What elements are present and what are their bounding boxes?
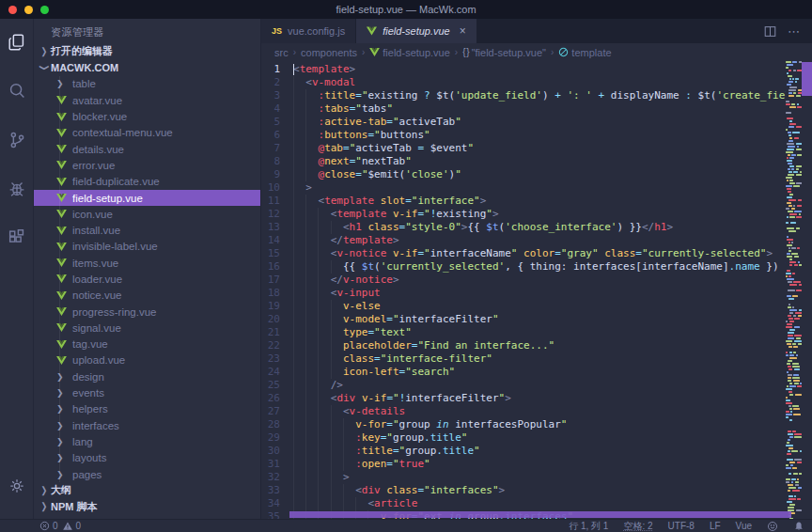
tree-item-pages[interactable]: ❯pages	[34, 466, 260, 482]
code-line[interactable]: 10 >	[261, 181, 786, 195]
npm-scripts-section[interactable]: ❯ NPM 脚本	[34, 499, 260, 515]
code-line[interactable]: 29 :key="group.title"	[261, 431, 786, 445]
minimap[interactable]	[786, 61, 802, 519]
encoding[interactable]: UTF-8	[668, 521, 695, 531]
breadcrumb-item-2[interactable]: components	[301, 47, 357, 58]
tree-item-signal-vue[interactable]: signal.vue	[34, 320, 260, 336]
tree-item-progress-ring-vue[interactable]: progress-ring.vue	[34, 304, 260, 320]
code-line[interactable]: 24 icon-left="search"	[261, 366, 786, 379]
tree-item-upload-vue[interactable]: upload.vue	[34, 352, 260, 368]
explorer-icon[interactable]	[5, 30, 29, 55]
code-line[interactable]: 32 >	[261, 471, 786, 484]
indent-guide	[305, 221, 306, 234]
code-line[interactable]: 26 <div v-if="!interfaceFilter">	[261, 392, 786, 405]
vertical-scrollbar-thumb[interactable]	[802, 62, 812, 96]
code-line[interactable]: 23 class="interface-filter"	[261, 352, 786, 366]
code-line[interactable]: 18 <v-input	[261, 287, 786, 300]
tab-vue-config-js[interactable]: JS vue.config.js	[261, 19, 355, 43]
tree-item-loader-vue[interactable]: loader.vue	[34, 271, 260, 287]
code-line[interactable]: 15 <v-notice v-if="interfaceName" color=…	[261, 247, 786, 260]
code-line[interactable]: 33 <div class="interfaces">	[261, 484, 786, 497]
code-line[interactable]: 30 :title="group.title"	[261, 445, 786, 458]
split-editor-icon[interactable]	[764, 25, 776, 38]
chevron-right-icon: ❯	[39, 485, 51, 495]
code-line[interactable]: 6 :buttons="buttons"	[261, 129, 786, 142]
code-line[interactable]: 11 <template slot="interface">	[261, 195, 786, 208]
notifications-bell-icon[interactable]	[793, 521, 804, 532]
code-line[interactable]: 25 />	[261, 379, 786, 392]
code-line[interactable]: 17 </v-notice>	[261, 274, 786, 287]
outline-section[interactable]: ❯ 大纲	[34, 482, 260, 498]
code-line[interactable]: 5 :active-tab="activeTab"	[261, 116, 786, 129]
feedback-smiley-icon[interactable]	[767, 521, 778, 532]
indentation[interactable]: 空格: 2	[623, 520, 652, 532]
code-line[interactable]: 7 @tab="activeTab = $event"	[261, 142, 786, 155]
code-line[interactable]: 16 {{ $t('currently_selected', { thing: …	[261, 260, 786, 274]
tree-item-design[interactable]: ❯design	[34, 368, 260, 384]
code-line[interactable]: 8 @next="nextTab"	[261, 155, 786, 168]
tab-field-setup-vue[interactable]: field-setup.vue ×	[356, 19, 476, 43]
code-line[interactable]: 13 <h1 class="style-0">{{ $t('choose_int…	[261, 221, 786, 234]
debug-icon[interactable]	[5, 177, 29, 201]
settings-gear-icon[interactable]	[5, 474, 29, 498]
code-line[interactable]: 9 @close="$emit('close')"	[261, 168, 786, 181]
code-line[interactable]: 20 v-model="interfaceFilter"	[261, 313, 786, 326]
code-line[interactable]: 27 <v-details	[261, 405, 786, 418]
tree-item-avatar-vue[interactable]: avatar.vue	[34, 92, 260, 108]
horizontal-scrollbar-thumb[interactable]	[289, 511, 791, 518]
code-text: <v-input	[293, 287, 786, 300]
tree-item-field-setup-vue[interactable]: field-setup.vue	[34, 190, 260, 206]
tree-item-lang[interactable]: ❯lang	[34, 433, 260, 449]
code-line[interactable]: 31 :open="true"	[261, 458, 786, 471]
indent-guide	[305, 129, 306, 142]
editor-pane[interactable]: 1<template>2 <v-modal3 :title="existing …	[261, 61, 812, 519]
tree-item-label: items.vue	[72, 258, 118, 269]
tree-item-layouts[interactable]: ❯layouts	[34, 450, 260, 466]
code-line[interactable]: 2 <v-modal	[261, 76, 786, 89]
tree-item-notice-vue[interactable]: notice.vue	[34, 288, 260, 304]
code-line[interactable]: 12 <template v-if="!existing">	[261, 208, 786, 221]
tree-item-table[interactable]: ❯table	[34, 76, 260, 92]
tree-item-details-vue[interactable]: details.vue	[34, 141, 260, 157]
tree-item-label: contextual-menu.vue	[72, 127, 173, 138]
npm-scripts-label: NPM 脚本	[51, 500, 98, 514]
close-tab-icon[interactable]: ×	[460, 24, 466, 38]
breadcrumb-item-5[interactable]: template	[558, 47, 611, 58]
code-text: placeholder="Find an interface..."	[293, 339, 786, 352]
code-line[interactable]: 28 v-for="group in interfacesPopular"	[261, 418, 786, 431]
code-line[interactable]: 14 </template>	[261, 234, 786, 247]
code-line[interactable]: 4 :tabs="tabs"	[261, 102, 786, 116]
breadcrumb-item-4[interactable]: { }"field-setup.vue"	[462, 47, 546, 58]
tree-item-field-duplicate-vue[interactable]: field-duplicate.vue	[34, 174, 260, 190]
language-mode[interactable]: Vue	[736, 521, 752, 531]
tree-item-interfaces[interactable]: ❯interfaces	[34, 417, 260, 433]
open-editors-section[interactable]: ❯ 打开的编辑器	[34, 43, 260, 59]
tree-item-invisible-label-vue[interactable]: invisible-label.vue	[34, 239, 260, 255]
tree-item-install-vue[interactable]: install.vue	[34, 222, 260, 238]
tree-item-blocker-vue[interactable]: blocker.vue	[34, 108, 260, 124]
tree-item-helpers[interactable]: ❯helpers	[34, 401, 260, 417]
problems-errors[interactable]: 0	[39, 521, 58, 531]
extensions-icon[interactable]	[5, 226, 29, 250]
workspace-root-section[interactable]: ❯ MACWK.COM	[34, 59, 260, 75]
more-actions-icon[interactable]: ⋯	[788, 24, 801, 39]
eol[interactable]: LF	[710, 521, 721, 531]
code-line[interactable]: 1<template>	[261, 63, 786, 76]
code-line[interactable]: 21 type="text"	[261, 326, 786, 339]
source-control-icon[interactable]	[5, 128, 29, 152]
tree-item-events[interactable]: ❯events	[34, 384, 260, 400]
search-icon[interactable]	[5, 79, 29, 103]
code-line[interactable]: 19 v-else	[261, 300, 786, 313]
tree-item-items-vue[interactable]: items.vue	[34, 255, 260, 271]
breadcrumb-item-1[interactable]: src	[274, 47, 289, 58]
tree-item-icon-vue[interactable]: icon.vue	[34, 206, 260, 222]
tree-item-contextual-menu-vue[interactable]: contextual-menu.vue	[34, 125, 260, 141]
code-line[interactable]: 3 :title="existing ? $t('update_field') …	[261, 89, 786, 102]
breadcrumb-item-3[interactable]: field-setup.vue	[369, 47, 450, 58]
tree-item-error-vue[interactable]: error.vue	[34, 157, 260, 173]
tree-item-tag-vue[interactable]: tag.vue	[34, 336, 260, 352]
code-line[interactable]: 34 <article	[261, 497, 786, 510]
code-line[interactable]: 22 placeholder="Find an interface..."	[261, 339, 786, 352]
problems-warnings[interactable]: 0	[62, 521, 82, 531]
cursor-position[interactable]: 行 1, 列 1	[569, 520, 608, 532]
